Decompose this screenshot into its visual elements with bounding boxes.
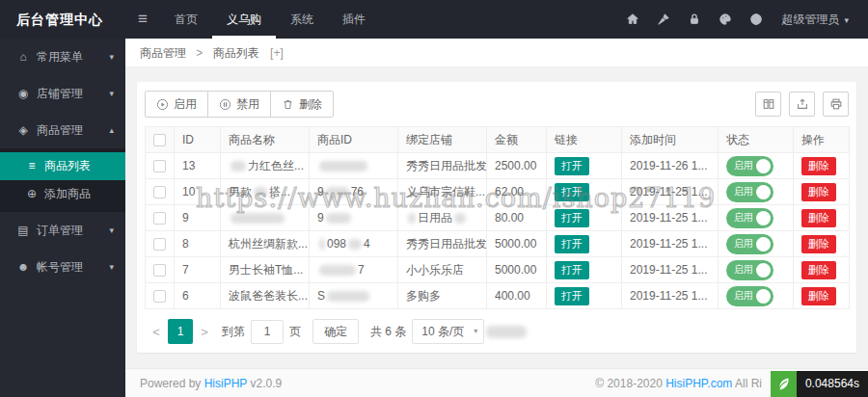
sidebar-item-label: 常用菜单: [37, 50, 83, 64]
breadcrumb-current[interactable]: 商品列表: [213, 46, 259, 60]
sidebar-item[interactable]: ▤订单管理▾: [0, 212, 125, 249]
status-toggle[interactable]: 启用: [726, 286, 773, 306]
redaction-smudge: [454, 213, 466, 224]
sidebar-subitem[interactable]: ⊕添加商品: [0, 180, 125, 208]
delete-button[interactable]: 删除: [801, 235, 836, 253]
page-number-1[interactable]: 1: [168, 319, 193, 344]
open-link-button[interactable]: 打开: [555, 261, 589, 279]
status-toggle[interactable]: 启用: [726, 234, 773, 254]
chevron-down-icon: ▾: [844, 1, 849, 40]
sidebar-item[interactable]: ◉店铺管理▾: [0, 75, 125, 112]
cell-shop: 日用品: [398, 205, 487, 231]
user-name: 超级管理员: [781, 13, 839, 26]
per-page-select[interactable]: 10 条/页 ▾: [412, 319, 484, 344]
column-header: 操作: [794, 127, 850, 153]
table-toolbar: 启用 禁用 删除: [145, 91, 849, 118]
top-nav-item[interactable]: 插件: [328, 0, 380, 39]
select-all-checkbox[interactable]: [153, 134, 166, 146]
sidebar-item-icon: ◉: [15, 75, 31, 112]
redaction-smudge: [231, 161, 246, 172]
breadcrumb: 商品管理 > 商品列表 [+]: [125, 39, 868, 67]
table-row: 8 杭州丝绸新款... 0984 秀秀日用品批发 5000.00 打开 2019…: [146, 231, 850, 257]
toggle-knob: [756, 211, 771, 225]
open-link-button[interactable]: 打开: [555, 183, 589, 201]
delete-button[interactable]: 删除: [801, 287, 836, 305]
open-link-button[interactable]: 打开: [555, 235, 589, 253]
sidebar: ⌂常用菜单▾ ◉店铺管理▾ ◈商品管理▴ ≡商品列表 ⊕添加商品 ▤订单管理▾ …: [0, 39, 125, 397]
sidebar-item-icon: ⌂: [15, 39, 31, 75]
row-checkbox[interactable]: [153, 238, 166, 251]
open-link-button[interactable]: 打开: [555, 287, 589, 305]
row-checkbox[interactable]: [153, 160, 166, 172]
cell-shop: 秀秀日用品批发: [398, 231, 487, 257]
delete-button[interactable]: 删除: [801, 261, 836, 279]
caret-icon: ▾: [109, 212, 114, 249]
prev-page-button[interactable]: <: [145, 319, 168, 344]
cell-product-id: 976: [310, 179, 398, 205]
disable-button[interactable]: 禁用: [207, 92, 270, 117]
print-icon[interactable]: [823, 92, 849, 117]
column-header: 金额: [487, 127, 547, 153]
collapse-menu-icon[interactable]: ≡: [125, 0, 160, 39]
hisiphp-link[interactable]: HisiPHP: [204, 377, 247, 390]
top-nav-item[interactable]: 系统: [276, 0, 328, 39]
delete-button[interactable]: 删除: [801, 157, 836, 175]
filter-columns-icon[interactable]: [755, 92, 781, 117]
delete-button[interactable]: 删除: [801, 209, 836, 227]
redaction-smudge: [326, 213, 351, 224]
column-header: 商品名称: [221, 127, 310, 153]
jump-page-input[interactable]: [251, 320, 284, 344]
language-icon[interactable]: [741, 0, 772, 39]
toolbar-right: [747, 92, 849, 117]
caret-icon: ▾: [109, 39, 114, 75]
cell-id: 6: [175, 283, 221, 309]
clear-cache-icon[interactable]: [648, 0, 679, 39]
cell-product-id: S: [310, 283, 398, 309]
lock-icon[interactable]: [679, 0, 710, 39]
cell-add-time: 2019-11-25 1...: [622, 257, 719, 283]
status-toggle[interactable]: 启用: [726, 208, 773, 228]
cell-add-time: 2019-11-25 1...: [622, 179, 719, 205]
status-toggle[interactable]: 启用: [726, 260, 773, 280]
sidebar-item-label: 店铺管理: [37, 87, 83, 100]
hisiphp-site-link[interactable]: HisiPHP.com: [665, 377, 732, 390]
sidebar-item[interactable]: ⌂常用菜单▾: [0, 39, 125, 75]
sidebar-item[interactable]: ◈商品管理▴: [0, 112, 125, 148]
column-header: 商品ID: [310, 127, 398, 153]
delete-batch-button[interactable]: 删除: [270, 92, 333, 117]
open-link-button[interactable]: 打开: [555, 209, 589, 227]
cell-shop: 小小乐乐店: [398, 257, 487, 283]
table-row: 10 男款搭... 976 义乌市宗信鞋... 62.00 打开 2019-11…: [146, 179, 850, 205]
cell-product-name: 杭州丝绸新款...: [221, 231, 310, 257]
top-nav-item[interactable]: 首页: [160, 0, 212, 39]
header-right: 超级管理员▾: [617, 0, 868, 39]
row-checkbox[interactable]: [153, 264, 166, 277]
theme-icon[interactable]: [710, 0, 741, 39]
next-page-button[interactable]: >: [193, 319, 216, 344]
user-menu[interactable]: 超级管理员▾: [772, 0, 858, 40]
breadcrumb-pin[interactable]: [+]: [270, 46, 284, 60]
top-nav-item[interactable]: 义乌购: [212, 0, 276, 39]
sidebar-subitem[interactable]: ≡商品列表: [0, 152, 125, 180]
row-checkbox[interactable]: [153, 186, 166, 198]
jump-confirm-button[interactable]: 确定: [312, 319, 359, 344]
sidebar-subitem-icon: ≡: [25, 152, 39, 180]
product-table: ID商品名称商品ID绑定店铺金额链接添加时间状态操作 13 力红色丝... 秀秀…: [145, 126, 850, 309]
redaction-smudge: [326, 187, 349, 198]
breadcrumb-parent[interactable]: 商品管理: [140, 46, 186, 60]
delete-button[interactable]: 删除: [801, 183, 836, 201]
debug-trace-badge[interactable]: 0.048564s: [771, 371, 868, 397]
status-toggle[interactable]: 启用: [726, 156, 773, 176]
row-checkbox[interactable]: [153, 212, 166, 225]
enable-button[interactable]: 启用: [146, 92, 207, 117]
row-checkbox[interactable]: [153, 290, 166, 303]
export-icon[interactable]: [789, 92, 815, 117]
redaction-smudge: [231, 213, 285, 224]
open-link-button[interactable]: 打开: [555, 157, 589, 175]
breadcrumb-separator: >: [196, 46, 203, 60]
home-icon[interactable]: [617, 0, 648, 39]
status-toggle[interactable]: 启用: [726, 182, 773, 202]
table-row: 6 波鼠爸爸装长... S 多购多 400.00 打开 2019-11-25 1…: [146, 283, 850, 309]
sidebar-item[interactable]: ☻帐号管理▾: [0, 249, 125, 285]
cell-id: 7: [175, 257, 221, 283]
